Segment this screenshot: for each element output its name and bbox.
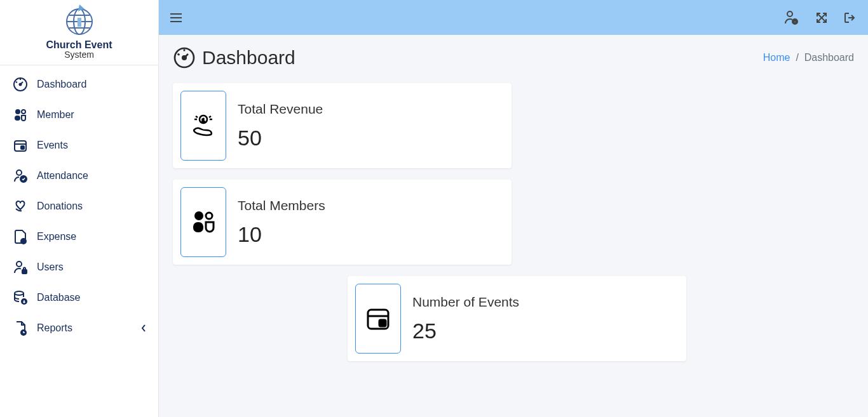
breadcrumb-current: Dashboard: [804, 52, 854, 63]
card-number-of-events: Number of Events 25: [348, 276, 686, 361]
sidebar: Church Event System Dashboard Member Eve…: [0, 0, 159, 417]
sidebar-item-member[interactable]: Member: [0, 100, 158, 130]
sidebar-item-label: Expense: [37, 231, 76, 242]
user-lock-icon: [11, 260, 29, 274]
svg-line-44: [196, 116, 198, 117]
revenue-icon: 1: [180, 91, 226, 161]
svg-point-46: [194, 211, 203, 220]
sidebar-item-label: Reports: [37, 322, 72, 334]
svg-point-47: [206, 213, 212, 219]
fullscreen-button[interactable]: [816, 12, 827, 23]
svg-line-39: [178, 54, 180, 55]
sidebar-item-label: Events: [37, 140, 68, 151]
svg-rect-31: [794, 21, 796, 23]
card-label: Total Members: [238, 198, 325, 213]
sidebar-item-label: Attendance: [37, 170, 88, 182]
svg-point-17: [17, 170, 22, 175]
svg-text:1: 1: [202, 117, 205, 123]
sidebar-item-label: Database: [37, 292, 81, 303]
svg-point-21: [17, 261, 22, 267]
svg-line-10: [16, 82, 17, 83]
dashboard-cards: 1 Total Revenue 50 Total Members 10: [173, 83, 854, 361]
sidebar-item-expense[interactable]: $ Expense: [0, 222, 158, 252]
sidebar-nav: Dashboard Member Events Attendance Donat…: [0, 65, 158, 343]
card-label: Total Revenue: [238, 102, 323, 117]
topbar: [159, 0, 868, 35]
card-value: 25: [412, 319, 519, 343]
svg-point-23: [15, 291, 24, 295]
file-clock-icon: [11, 321, 29, 335]
main-area: Dashboard Home / Dashboard 1 Total Reven…: [159, 0, 868, 417]
svg-rect-48: [193, 222, 203, 232]
breadcrumb: Home / Dashboard: [763, 52, 854, 63]
sidebar-item-donations[interactable]: Donations: [0, 191, 158, 222]
sidebar-item-label: Donations: [37, 201, 83, 212]
svg-line-45: [209, 116, 211, 117]
database-download-icon: [11, 291, 29, 305]
menu-toggle-button[interactable]: [170, 13, 182, 22]
gauge-icon: [11, 77, 29, 91]
content: Dashboard Home / Dashboard 1 Total Reven…: [159, 35, 868, 373]
svg-rect-16: [21, 146, 24, 149]
page-header: Dashboard Home / Dashboard: [173, 46, 854, 69]
members-icon: [180, 187, 226, 257]
heart-hand-icon: [11, 199, 29, 213]
chevron-left-icon: [140, 324, 147, 333]
sidebar-item-reports[interactable]: Reports: [0, 313, 158, 343]
brand-logo-icon: [62, 3, 97, 38]
svg-point-11: [15, 109, 20, 114]
sidebar-item-events[interactable]: Events: [0, 130, 158, 161]
sidebar-item-label: Users: [37, 261, 64, 273]
sidebar-item-users[interactable]: Users: [0, 252, 158, 282]
svg-line-8: [20, 82, 23, 84]
card-value: 10: [238, 222, 325, 247]
brand-area: Church Event System: [0, 0, 158, 65]
sidebar-item-attendance[interactable]: Attendance: [0, 161, 158, 191]
gauge-icon: [173, 46, 196, 69]
breadcrumb-home-link[interactable]: Home: [763, 52, 790, 63]
svg-rect-22: [22, 270, 27, 274]
svg-point-29: [787, 11, 792, 17]
calendar-icon: [11, 138, 29, 152]
card-label: Number of Events: [412, 295, 519, 310]
sidebar-item-database[interactable]: Database: [0, 282, 158, 313]
sidebar-item-label: Dashboard: [37, 79, 86, 90]
sidebar-item-label: Member: [37, 109, 74, 121]
logout-button[interactable]: [844, 12, 857, 23]
user-check-icon: [11, 169, 29, 183]
card-value: 50: [238, 126, 323, 150]
sidebar-item-dashboard[interactable]: Dashboard: [0, 69, 158, 100]
svg-rect-5: [78, 18, 81, 27]
breadcrumb-separator: /: [793, 52, 804, 63]
svg-rect-51: [379, 320, 386, 326]
profile-button[interactable]: [783, 10, 799, 26]
card-total-members: Total Members 10: [173, 180, 512, 265]
members-icon: [11, 108, 29, 122]
events-icon: [355, 284, 401, 354]
card-total-revenue: 1 Total Revenue 50: [173, 83, 512, 168]
brand-subtitle: System: [6, 50, 152, 60]
page-title: Dashboard: [202, 47, 295, 69]
file-dollar-icon: $: [11, 230, 29, 244]
svg-point-12: [22, 110, 25, 114]
svg-rect-13: [15, 116, 20, 121]
